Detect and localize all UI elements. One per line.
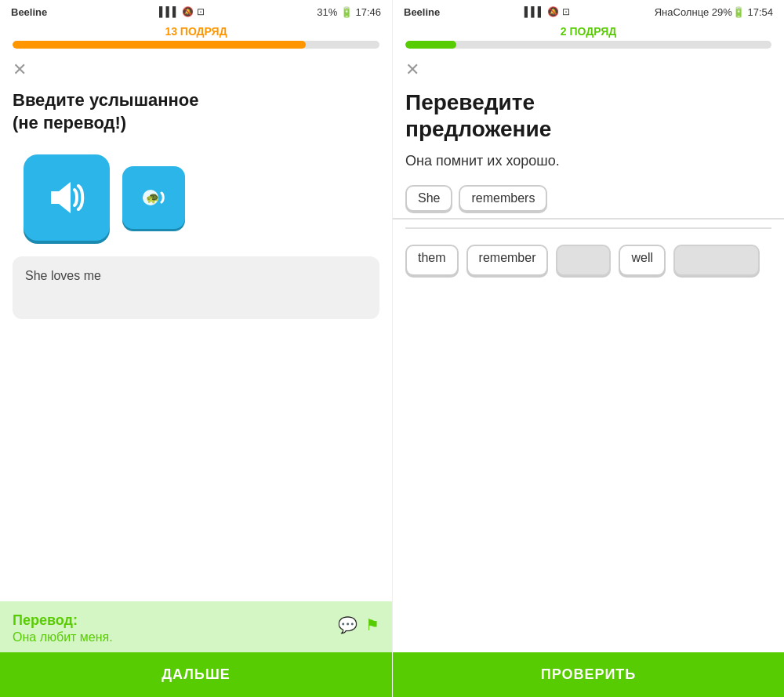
left-panel: Beeline ▌▌▌ 🔕 ⊡ 31% 🔋 17:46 13 ПОДРЯД ✕ … (0, 0, 392, 697)
status-bar-right: Beeline ▌▌▌ 🔕 ⊡ ЯнаСолнце 29%🔋 17:54 (393, 0, 784, 22)
word-chip-them[interactable]: them (405, 245, 459, 276)
translation-label: Перевод: (13, 612, 113, 629)
translation-text-block: Перевод: Она любит меня. (13, 612, 113, 644)
close-button-right[interactable]: ✕ (405, 61, 419, 78)
word-remember: remember (479, 251, 536, 264)
svg-text:🐢: 🐢 (146, 191, 160, 205)
data-icon-left: ⊡ (197, 6, 205, 17)
battery-left: 31% (317, 6, 337, 18)
close-button-left[interactable]: ✕ (13, 61, 27, 78)
time-battery-right: ЯнаСолнце 29%🔋 17:54 (655, 6, 773, 18)
word-chip-well[interactable]: well (619, 245, 666, 276)
top-row-right: ✕ (393, 53, 784, 83)
audio-slow-button[interactable]: 🐢 (122, 166, 185, 229)
word-chip-empty-2 (673, 245, 760, 276)
selected-word-she[interactable]: She (405, 185, 452, 212)
question-title-left: Введите услышанное (не перевод!) (0, 83, 392, 147)
right-panel: Beeline ▌▌▌ 🔕 ⊡ ЯнаСолнце 29%🔋 17:54 2 П… (392, 0, 784, 697)
word-options: them remember well (393, 237, 784, 284)
wifi-icon-right: 🔕 (547, 6, 559, 17)
check-button[interactable]: ПРОВЕРИТЬ (393, 652, 784, 697)
streak-label-right: 2 ПОДРЯД (561, 25, 616, 38)
status-icons-left: ▌▌▌ 🔕 ⊡ (159, 6, 205, 17)
translation-icons: 💬 ⚑ (338, 615, 379, 634)
next-button[interactable]: ДАЛЬШЕ (0, 652, 392, 697)
source-sentence: Она помнит их хорошо. (393, 153, 784, 179)
progress-bar-right (405, 41, 771, 49)
word-well: well (631, 251, 653, 264)
answer-row: She remembers (393, 179, 784, 220)
carrier-left: Beeline (11, 6, 47, 18)
word-she: She (418, 191, 440, 205)
divider-line (405, 227, 771, 229)
signal-icon-left: ▌▌▌ (159, 6, 180, 17)
audio-buttons: 🐢 (0, 147, 392, 256)
streak-bar-left: 13 ПОДРЯД (0, 22, 392, 53)
streak-bar-right: 2 ПОДРЯД (393, 22, 784, 53)
user-label-right: ЯнаСолнце (655, 6, 709, 18)
selected-word-remembers[interactable]: remembers (459, 185, 547, 212)
speaker-icon (43, 174, 90, 221)
flag-icon[interactable]: ⚑ (365, 615, 379, 634)
time-left: 17:46 (355, 6, 381, 18)
signal-icon-right: ▌▌▌ (524, 6, 545, 17)
top-row-left: ✕ (0, 53, 392, 83)
word-them: them (418, 251, 446, 264)
answer-input-area: She loves me (13, 256, 379, 319)
progress-fill-left (13, 41, 306, 49)
time-right: 17:54 (747, 6, 773, 18)
word-remembers: remembers (471, 191, 535, 205)
word-chip-empty-1 (556, 245, 611, 276)
audio-play-button[interactable] (24, 154, 110, 241)
time-battery-left: 31% 🔋 17:46 (317, 6, 381, 18)
status-icons-right: ▌▌▌ 🔕 ⊡ (524, 6, 571, 17)
progress-bar-left (13, 41, 379, 49)
bottom-section-left: Перевод: Она любит меня. 💬 ⚑ ДАЛЬШЕ (0, 601, 392, 697)
translation-hint: Перевод: Она любит меня. 💬 ⚑ (0, 601, 392, 652)
status-bar-left: Beeline ▌▌▌ 🔕 ⊡ 31% 🔋 17:46 (0, 0, 392, 22)
chat-icon[interactable]: 💬 (338, 615, 358, 634)
streak-label-left: 13 ПОДРЯД (165, 25, 227, 38)
word-chip-remember[interactable]: remember (466, 245, 549, 276)
wifi-icon-left: 🔕 (182, 6, 194, 17)
progress-fill-right (405, 41, 456, 49)
answer-text: She loves me (25, 269, 101, 282)
carrier-right: Beeline (404, 6, 440, 18)
translation-value: Она любит меня. (13, 630, 113, 644)
question-title-right: Переведите предложение (393, 83, 784, 153)
turtle-speaker-icon: 🐢 (136, 180, 171, 215)
battery-right: 29% (712, 6, 732, 18)
data-icon-right: ⊡ (562, 6, 570, 17)
